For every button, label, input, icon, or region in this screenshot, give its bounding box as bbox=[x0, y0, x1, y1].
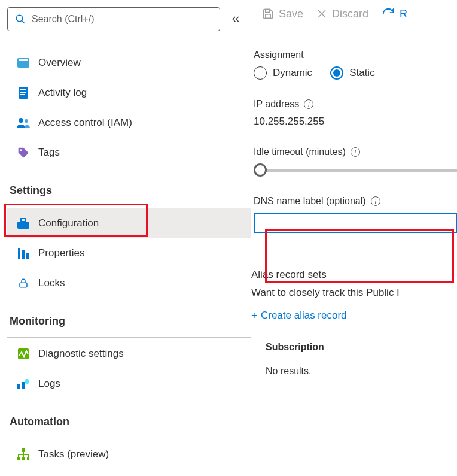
radio-unchecked-icon bbox=[254, 66, 267, 80]
separator bbox=[7, 438, 251, 438]
assignment-label: Assignment bbox=[254, 50, 457, 60]
idle-timeout-field: Idle timeout (minutes) i bbox=[251, 147, 457, 177]
nav-item-properties[interactable]: Properties bbox=[7, 238, 251, 268]
save-button[interactable]: Save bbox=[262, 8, 303, 20]
svg-rect-7 bbox=[20, 94, 25, 95]
svg-rect-22 bbox=[17, 457, 20, 460]
svg-rect-3 bbox=[19, 59, 28, 61]
monitoring-section-title: Monitoring bbox=[7, 298, 251, 332]
assignment-static-radio[interactable]: Static bbox=[330, 66, 375, 80]
info-icon[interactable]: i bbox=[351, 147, 360, 157]
search-input-wrapper[interactable] bbox=[7, 7, 220, 31]
radio-label: Dynamic bbox=[273, 67, 312, 79]
nav-label: Configuration bbox=[38, 217, 99, 229]
svg-rect-18 bbox=[17, 384, 20, 389]
alias-description: Want to closely track this Public I bbox=[251, 287, 457, 299]
ip-address-value: 10.255.255.255 bbox=[254, 116, 457, 128]
refresh-label: R bbox=[400, 8, 407, 20]
plus-icon: + bbox=[251, 310, 257, 322]
refresh-icon bbox=[382, 7, 395, 20]
access-control-icon bbox=[17, 116, 30, 129]
nav-item-activity-log[interactable]: Activity log bbox=[7, 78, 251, 108]
nav-label: Properties bbox=[38, 247, 84, 259]
slider-track[interactable] bbox=[263, 169, 457, 172]
logs-icon bbox=[17, 377, 30, 390]
diagnostic-icon bbox=[17, 347, 30, 360]
svg-rect-12 bbox=[21, 218, 26, 222]
dns-name-field: DNS name label (optional) i bbox=[251, 196, 457, 233]
nav-item-tasks[interactable]: Tasks (preview) bbox=[7, 439, 251, 469]
tags-icon bbox=[17, 146, 30, 159]
dns-name-label: DNS name label (optional) bbox=[254, 196, 366, 207]
discard-label: Discard bbox=[332, 8, 368, 20]
locks-icon bbox=[17, 277, 30, 290]
svg-line-1 bbox=[22, 20, 25, 23]
svg-rect-11 bbox=[17, 222, 29, 229]
idle-timeout-slider[interactable] bbox=[254, 163, 457, 177]
nav-label: Access control (IAM) bbox=[38, 117, 132, 129]
svg-rect-19 bbox=[22, 382, 25, 389]
save-icon bbox=[262, 8, 274, 20]
create-alias-link[interactable]: + Create alias record bbox=[251, 310, 457, 322]
configuration-icon bbox=[17, 217, 30, 230]
search-input[interactable] bbox=[32, 14, 212, 25]
slider-thumb-icon[interactable] bbox=[254, 163, 267, 177]
refresh-button[interactable]: R bbox=[382, 7, 407, 20]
ip-address-label: IP address bbox=[254, 99, 299, 110]
search-icon bbox=[15, 14, 26, 25]
subscription-noresults: No results. bbox=[266, 366, 457, 377]
radio-checked-icon bbox=[330, 66, 343, 80]
nav-item-locks[interactable]: Locks bbox=[7, 268, 251, 298]
info-icon[interactable]: i bbox=[371, 196, 380, 206]
svg-rect-15 bbox=[26, 253, 29, 259]
nav-item-tags[interactable]: Tags bbox=[7, 138, 251, 168]
assignment-dynamic-radio[interactable]: Dynamic bbox=[254, 66, 312, 80]
nav-label: Logs bbox=[38, 378, 60, 390]
create-alias-label: Create alias record bbox=[261, 310, 347, 322]
svg-point-10 bbox=[20, 149, 22, 151]
nav: Overview Activity log Access control (IA… bbox=[7, 48, 251, 469]
alias-title: Alias record sets bbox=[251, 269, 457, 281]
save-label: Save bbox=[279, 8, 303, 20]
svg-rect-23 bbox=[22, 457, 25, 460]
info-icon[interactable]: i bbox=[304, 99, 313, 109]
svg-rect-13 bbox=[18, 248, 20, 259]
radio-label: Static bbox=[349, 67, 375, 79]
collapse-chevron-icon[interactable] bbox=[231, 14, 240, 24]
svg-rect-5 bbox=[20, 89, 26, 90]
separator bbox=[7, 207, 251, 207]
svg-rect-14 bbox=[22, 250, 25, 259]
dns-name-input[interactable] bbox=[254, 213, 457, 233]
tasks-icon bbox=[17, 448, 30, 461]
nav-item-overview[interactable]: Overview bbox=[7, 48, 251, 78]
activity-log-icon bbox=[17, 86, 30, 99]
discard-icon bbox=[316, 8, 327, 19]
nav-item-configuration[interactable]: Configuration bbox=[7, 208, 251, 238]
nav-item-logs[interactable]: Logs bbox=[7, 369, 251, 399]
nav-label: Diagnostic settings bbox=[38, 348, 124, 360]
svg-point-9 bbox=[25, 119, 28, 123]
svg-rect-17 bbox=[18, 348, 29, 359]
separator bbox=[7, 337, 251, 338]
svg-rect-24 bbox=[27, 457, 29, 460]
sidebar: Overview Activity log Access control (IA… bbox=[0, 0, 251, 476]
svg-rect-16 bbox=[20, 283, 27, 287]
assignment-field: Assignment Dynamic Static bbox=[251, 50, 457, 80]
main-panel: Save Discard R Assignment Dynamic bbox=[251, 0, 457, 476]
svg-rect-26 bbox=[266, 14, 270, 19]
toolbar: Save Discard R bbox=[251, 7, 457, 28]
nav-item-access-control[interactable]: Access control (IAM) bbox=[7, 108, 251, 138]
subscription-panel: Subscription No results. bbox=[251, 336, 457, 383]
nav-label: Tasks (preview) bbox=[38, 448, 109, 460]
svg-point-20 bbox=[25, 379, 29, 384]
nav-label: Locks bbox=[38, 277, 65, 289]
nav-label: Activity log bbox=[38, 87, 87, 99]
nav-item-diagnostic-settings[interactable]: Diagnostic settings bbox=[7, 339, 251, 369]
svg-point-0 bbox=[16, 15, 23, 22]
svg-point-8 bbox=[19, 118, 23, 123]
nav-label: Overview bbox=[38, 57, 81, 69]
discard-button[interactable]: Discard bbox=[316, 8, 368, 20]
svg-rect-25 bbox=[266, 10, 270, 13]
properties-icon bbox=[17, 247, 30, 260]
svg-rect-21 bbox=[22, 448, 25, 452]
